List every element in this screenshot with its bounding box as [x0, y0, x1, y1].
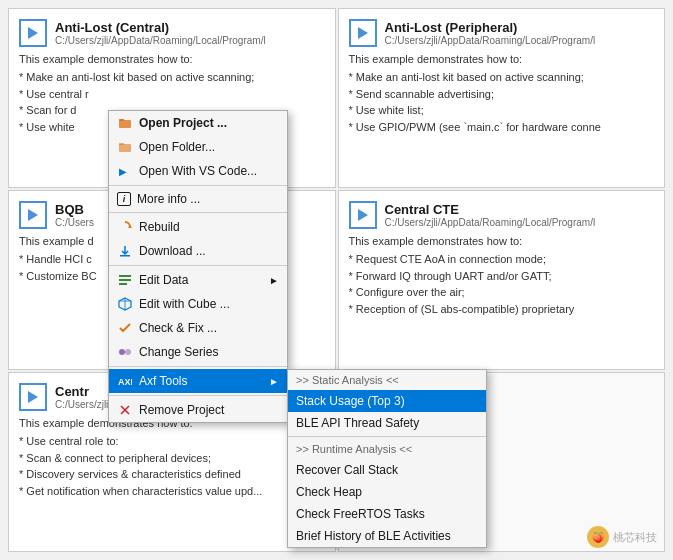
submenu-item-recover-label: Recover Call Stack [296, 463, 398, 477]
svg-text:▶: ▶ [119, 166, 127, 177]
folder-open-icon [117, 115, 133, 131]
card-title: Central CTE [385, 202, 596, 217]
submenu-item-check-heap[interactable]: Check Heap [288, 481, 486, 503]
bullet-3: * Get notification when characteristics … [19, 483, 325, 500]
arrow-icon [355, 25, 371, 41]
submenu-section1-header: >> Static Analysis << [288, 370, 486, 390]
bullet-3: * Use GPIO/PWM (see `main.c` for hardwar… [349, 119, 655, 136]
submenu-item-stack-usage-label: Stack Usage (Top 3) [296, 394, 405, 408]
card-icon [349, 19, 377, 47]
submenu-section2-header: >> Runtime Analysis << [288, 439, 486, 459]
card-path: C:/Users [55, 217, 94, 228]
svg-rect-12 [119, 275, 131, 277]
edit-data-arrow: ► [269, 275, 279, 286]
menu-item-download[interactable]: Download ... [109, 239, 287, 263]
bullet-1: * Send scannable advertising; [349, 86, 655, 103]
menu-item-edit-data[interactable]: Edit Data ► [109, 268, 287, 292]
arrow-icon [355, 207, 371, 223]
series-icon [117, 344, 133, 360]
menu-item-more-info[interactable]: i More info ... [109, 188, 287, 210]
separator-5 [109, 395, 287, 396]
menu-item-vscode-label: Open With VS Code... [139, 164, 279, 178]
submenu-item-check-freertos-label: Check FreeRTOS Tasks [296, 507, 425, 521]
svg-rect-11 [120, 255, 130, 257]
menu-item-remove-project-label: Remove Project [139, 403, 279, 417]
watermark-icon: 🍑 [587, 526, 609, 548]
menu-item-edit-cube-label: Edit with Cube ... [139, 297, 279, 311]
submenu-separator-1 [288, 436, 486, 437]
card-icon [19, 201, 47, 229]
svg-rect-14 [119, 283, 127, 285]
bullet-1: * Use central r [19, 86, 325, 103]
card-path: C:/Users/zjli/AppData/Roaming/Local/Prog… [385, 217, 596, 228]
arrow-icon [25, 207, 41, 223]
svg-rect-8 [119, 143, 124, 145]
menu-item-edit-cube[interactable]: Edit with Cube ... [109, 292, 287, 316]
separator-2 [109, 212, 287, 213]
info-icon: i [117, 192, 131, 206]
menu-item-change-series[interactable]: Change Series [109, 340, 287, 364]
card-title-block: Anti-Lost (Peripheral) C:/Users/zjli/App… [385, 20, 596, 46]
card-title-block: Anti-Lost (Central) C:/Users/zjli/AppDat… [55, 20, 266, 46]
menu-item-check-fix[interactable]: Check & Fix ... [109, 316, 287, 340]
card-path: C:/Users/zjli/AppData/Roaming/Local/Prog… [385, 35, 596, 46]
bullet-2: * Configure over the air; [349, 284, 655, 301]
menu-item-download-label: Download ... [139, 244, 279, 258]
svg-marker-1 [358, 27, 368, 39]
card-title: Anti-Lost (Peripheral) [385, 20, 596, 35]
card-header: Anti-Lost (Peripheral) C:/Users/zjli/App… [349, 19, 655, 47]
bullet-0: * Make an anti-lost kit based on active … [19, 69, 325, 86]
card-icon [19, 19, 47, 47]
svg-marker-2 [28, 209, 38, 221]
submenu-item-stack-usage[interactable]: Stack Usage (Top 3) [288, 390, 486, 412]
download-icon [117, 243, 133, 259]
menu-item-open-project[interactable]: Open Project ... [109, 111, 287, 135]
menu-item-more-info-label: More info ... [137, 192, 279, 206]
card-description: This example demonstrates how to: [349, 235, 655, 247]
watermark-text: 桃芯科技 [613, 530, 657, 545]
submenu-item-check-heap-label: Check Heap [296, 485, 362, 499]
submenu-item-brief-history[interactable]: Brief History of BLE Activities [288, 525, 486, 547]
bullet-0: * Make an anti-lost kit based on active … [349, 69, 655, 86]
card-description: This example demonstrates how to: [349, 53, 655, 65]
rebuild-icon [117, 219, 133, 235]
menu-item-open-project-label: Open Project ... [139, 116, 279, 130]
menu-item-edit-data-label: Edit Data [139, 273, 261, 287]
menu-item-open-folder[interactable]: Open Folder... [109, 135, 287, 159]
menu-item-axf-tools[interactable]: AXF Axf Tools ► >> Static Analysis << St… [109, 369, 287, 393]
card-title: BQB [55, 202, 94, 217]
submenu-item-ble-api[interactable]: BLE API Thread Safety [288, 412, 486, 434]
bullet-3: * Reception of (SL abs-compatible) propr… [349, 301, 655, 318]
card-icon [19, 383, 47, 411]
vscode-icon: ▶ [117, 163, 133, 179]
menu-item-change-series-label: Change Series [139, 345, 279, 359]
watermark: 🍑 桃芯科技 [587, 526, 657, 548]
svg-marker-4 [28, 391, 38, 403]
submenu-item-brief-history-label: Brief History of BLE Activities [296, 529, 451, 543]
card-bullets: * Use central role to: * Scan & connect … [19, 433, 325, 499]
menu-item-rebuild[interactable]: Rebuild [109, 215, 287, 239]
bullet-2: * Use white list; [349, 102, 655, 119]
submenu-item-check-freertos[interactable]: Check FreeRTOS Tasks [288, 503, 486, 525]
axf-icon: AXF [117, 373, 133, 389]
card-central-cte: Central CTE C:/Users/zjli/AppData/Roamin… [338, 190, 666, 370]
bullet-0: * Request CTE AoA in connection mode; [349, 251, 655, 268]
axf-submenu: >> Static Analysis << Stack Usage (Top 3… [287, 369, 487, 548]
card-anti-lost-peripheral: Anti-Lost (Peripheral) C:/Users/zjli/App… [338, 8, 666, 188]
folder-icon [117, 139, 133, 155]
menu-item-axf-label: Axf Tools [139, 374, 261, 388]
bullet-2: * Discovery services & characteristics d… [19, 466, 325, 483]
bullet-0: * Use central role to: [19, 433, 325, 450]
menu-item-remove-project[interactable]: Remove Project [109, 398, 287, 422]
svg-marker-3 [358, 209, 368, 221]
separator-4 [109, 366, 287, 367]
submenu-item-recover-call-stack[interactable]: Recover Call Stack [288, 459, 486, 481]
separator-3 [109, 265, 287, 266]
remove-icon [117, 402, 133, 418]
context-menu[interactable]: Open Project ... Open Folder... ▶ Open W… [108, 110, 288, 423]
bullet-1: * Forward IQ through UART and/or GATT; [349, 268, 655, 285]
menu-item-open-vscode[interactable]: ▶ Open With VS Code... [109, 159, 287, 183]
cube-icon [117, 296, 133, 312]
axf-arrow: ► [269, 376, 279, 387]
card-bullets: * Make an anti-lost kit based on active … [349, 69, 655, 135]
